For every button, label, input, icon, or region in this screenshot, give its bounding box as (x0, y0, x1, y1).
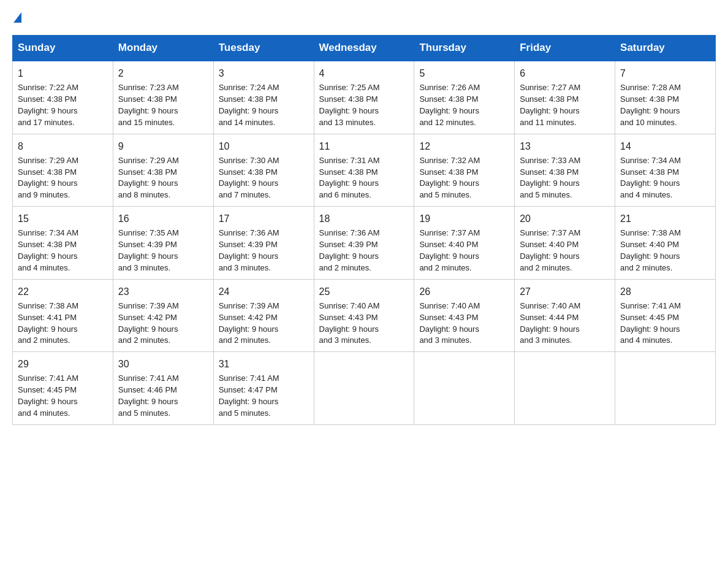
daylight-minutes: and 2 minutes. (219, 335, 309, 347)
weekday-header-friday: Friday (515, 36, 615, 61)
weekday-header-saturday: Saturday (615, 36, 716, 61)
daylight-minutes: and 4 minutes. (620, 335, 710, 347)
daylight-info: Daylight: 9 hours (620, 251, 710, 262)
daylight-minutes: and 6 minutes. (319, 190, 409, 201)
calendar-cell: 21 Sunrise: 7:38 AM Sunset: 4:40 PM Dayl… (615, 207, 716, 280)
calendar-week-row: 1 Sunrise: 7:22 AM Sunset: 4:38 PM Dayli… (13, 61, 716, 134)
calendar-week-row: 22 Sunrise: 7:38 AM Sunset: 4:41 PM Dayl… (13, 279, 716, 352)
sunrise-info: Sunrise: 7:36 AM (219, 228, 309, 239)
sunrise-info: Sunrise: 7:40 AM (319, 301, 409, 312)
day-number: 10 (219, 139, 309, 153)
daylight-info: Daylight: 9 hours (620, 178, 710, 190)
sunset-info: Sunset: 4:38 PM (118, 94, 208, 105)
sunrise-info: Sunrise: 7:29 AM (18, 155, 108, 167)
daylight-info: Daylight: 9 hours (520, 178, 610, 190)
calendar-cell: 27 Sunrise: 7:40 AM Sunset: 4:44 PM Dayl… (515, 279, 615, 352)
calendar-week-row: 15 Sunrise: 7:34 AM Sunset: 4:38 PM Dayl… (13, 207, 716, 280)
day-number: 13 (520, 139, 610, 153)
daylight-info: Daylight: 9 hours (118, 251, 208, 262)
sunset-info: Sunset: 4:47 PM (219, 385, 309, 396)
daylight-minutes: and 3 minutes. (319, 335, 409, 347)
calendar-week-row: 29 Sunrise: 7:41 AM Sunset: 4:45 PM Dayl… (13, 352, 716, 425)
daylight-info: Daylight: 9 hours (219, 251, 309, 262)
calendar-cell: 20 Sunrise: 7:37 AM Sunset: 4:40 PM Dayl… (515, 207, 615, 280)
daylight-info: Daylight: 9 hours (520, 324, 610, 335)
sunset-info: Sunset: 4:45 PM (18, 385, 108, 396)
daylight-info: Daylight: 9 hours (520, 251, 610, 262)
daylight-minutes: and 14 minutes. (219, 117, 309, 129)
sunset-info: Sunset: 4:38 PM (219, 94, 309, 105)
sunset-info: Sunset: 4:42 PM (219, 312, 309, 324)
calendar-cell: 1 Sunrise: 7:22 AM Sunset: 4:38 PM Dayli… (13, 61, 113, 134)
day-number: 31 (219, 357, 309, 371)
calendar-cell: 15 Sunrise: 7:34 AM Sunset: 4:38 PM Dayl… (13, 207, 113, 280)
daylight-minutes: and 11 minutes. (520, 117, 610, 129)
daylight-minutes: and 2 minutes. (620, 262, 710, 274)
daylight-minutes: and 3 minutes. (219, 262, 309, 274)
daylight-minutes: and 17 minutes. (18, 117, 108, 129)
daylight-minutes: and 2 minutes. (419, 262, 509, 274)
sunrise-info: Sunrise: 7:34 AM (18, 228, 108, 239)
sunrise-info: Sunrise: 7:23 AM (118, 82, 208, 94)
weekday-header-monday: Monday (113, 36, 213, 61)
sunrise-info: Sunrise: 7:41 AM (219, 373, 309, 385)
sunrise-info: Sunrise: 7:32 AM (419, 155, 509, 167)
daylight-minutes: and 3 minutes. (520, 335, 610, 347)
sunset-info: Sunset: 4:40 PM (419, 239, 509, 251)
daylight-info: Daylight: 9 hours (620, 105, 710, 117)
sunset-info: Sunset: 4:38 PM (620, 94, 710, 105)
sunrise-info: Sunrise: 7:41 AM (18, 373, 108, 385)
weekday-header-wednesday: Wednesday (314, 36, 414, 61)
sunset-info: Sunset: 4:39 PM (319, 239, 409, 251)
page-header (12, 12, 716, 23)
daylight-minutes: and 2 minutes. (520, 262, 610, 274)
calendar-cell: 25 Sunrise: 7:40 AM Sunset: 4:43 PM Dayl… (314, 279, 414, 352)
sunrise-info: Sunrise: 7:22 AM (18, 82, 108, 94)
daylight-info: Daylight: 9 hours (419, 178, 509, 190)
calendar-cell: 30 Sunrise: 7:41 AM Sunset: 4:46 PM Dayl… (113, 352, 213, 425)
sunrise-info: Sunrise: 7:40 AM (520, 301, 610, 312)
sunrise-info: Sunrise: 7:24 AM (219, 82, 309, 94)
sunset-info: Sunset: 4:45 PM (620, 312, 710, 324)
daylight-minutes: and 5 minutes. (419, 190, 509, 201)
calendar-cell: 6 Sunrise: 7:27 AM Sunset: 4:38 PM Dayli… (515, 61, 615, 134)
calendar-cell: 3 Sunrise: 7:24 AM Sunset: 4:38 PM Dayli… (213, 61, 314, 134)
daylight-info: Daylight: 9 hours (419, 251, 509, 262)
sunrise-info: Sunrise: 7:38 AM (620, 228, 710, 239)
sunset-info: Sunset: 4:38 PM (620, 167, 710, 178)
day-number: 19 (419, 212, 509, 226)
sunrise-info: Sunrise: 7:30 AM (219, 155, 309, 167)
calendar-cell: 14 Sunrise: 7:34 AM Sunset: 4:38 PM Dayl… (615, 134, 716, 207)
sunset-info: Sunset: 4:42 PM (118, 312, 208, 324)
calendar-cell: 2 Sunrise: 7:23 AM Sunset: 4:38 PM Dayli… (113, 61, 213, 134)
calendar-cell: 28 Sunrise: 7:41 AM Sunset: 4:45 PM Dayl… (615, 279, 716, 352)
calendar-cell: 11 Sunrise: 7:31 AM Sunset: 4:38 PM Dayl… (314, 134, 414, 207)
day-number: 24 (219, 285, 309, 299)
daylight-info: Daylight: 9 hours (118, 178, 208, 190)
day-number: 15 (18, 212, 108, 226)
sunset-info: Sunset: 4:38 PM (319, 94, 409, 105)
day-number: 17 (219, 212, 309, 226)
weekday-header-thursday: Thursday (414, 36, 515, 61)
daylight-info: Daylight: 9 hours (419, 105, 509, 117)
sunset-info: Sunset: 4:40 PM (520, 239, 610, 251)
sunrise-info: Sunrise: 7:28 AM (620, 82, 710, 94)
day-number: 21 (620, 212, 710, 226)
logo-arrow-triangle (13, 12, 21, 23)
sunset-info: Sunset: 4:39 PM (118, 239, 208, 251)
day-number: 4 (319, 66, 409, 80)
daylight-minutes: and 2 minutes. (18, 335, 108, 347)
sunset-info: Sunset: 4:44 PM (520, 312, 610, 324)
day-number: 22 (18, 285, 108, 299)
day-number: 28 (620, 285, 710, 299)
daylight-info: Daylight: 9 hours (18, 105, 108, 117)
sunset-info: Sunset: 4:38 PM (419, 167, 509, 178)
daylight-info: Daylight: 9 hours (219, 324, 309, 335)
daylight-minutes: and 4 minutes. (620, 190, 710, 201)
calendar-cell: 31 Sunrise: 7:41 AM Sunset: 4:47 PM Dayl… (213, 352, 314, 425)
calendar-cell: 23 Sunrise: 7:39 AM Sunset: 4:42 PM Dayl… (113, 279, 213, 352)
calendar-cell (314, 352, 414, 425)
calendar-cell: 8 Sunrise: 7:29 AM Sunset: 4:38 PM Dayli… (13, 134, 113, 207)
day-number: 23 (118, 285, 208, 299)
daylight-minutes: and 15 minutes. (118, 117, 208, 129)
